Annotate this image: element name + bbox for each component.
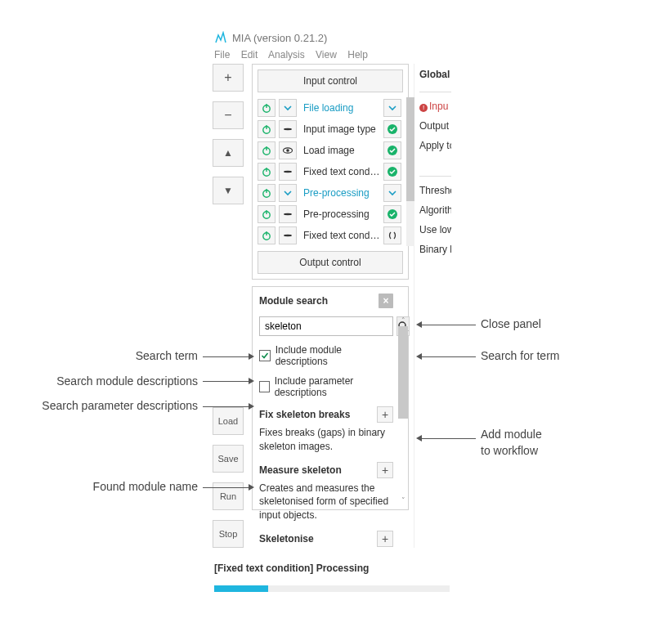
result-title: Fix skeleton breaks bbox=[259, 409, 350, 420]
module-name: Input image type bbox=[300, 123, 380, 135]
svg-point-13 bbox=[284, 171, 292, 173]
add-result-button[interactable]: + bbox=[377, 462, 393, 478]
svg-point-23 bbox=[284, 235, 292, 236]
module-toggle-icon[interactable] bbox=[279, 120, 297, 138]
module-status-icon[interactable] bbox=[383, 163, 401, 181]
center-column: Input control File loadingInput image ty… bbox=[252, 64, 409, 548]
module-search-panel: Module search × Include module descripti… bbox=[252, 286, 409, 510]
menu-help[interactable]: Help bbox=[347, 49, 368, 61]
module-name: Pre-processing bbox=[300, 187, 380, 199]
add-result-button[interactable]: + bbox=[377, 531, 393, 547]
module-status-icon[interactable] bbox=[383, 141, 401, 159]
module-row[interactable]: Fixed text condition bbox=[258, 225, 401, 246]
progress-bar bbox=[214, 585, 450, 592]
right-panel-use-low: Use low bbox=[419, 224, 451, 235]
scroll-down-icon[interactable]: ˅ bbox=[398, 495, 408, 506]
annotation-close-panel: Close panel bbox=[481, 317, 541, 330]
move-down-button[interactable]: ▼ bbox=[213, 177, 244, 204]
search-result: Measure skeleton+Creates and measures th… bbox=[259, 462, 393, 522]
module-toggle-icon[interactable] bbox=[279, 99, 297, 117]
power-icon[interactable] bbox=[258, 99, 276, 117]
add-module-button[interactable]: + bbox=[213, 64, 244, 92]
module-row[interactable]: File loading bbox=[258, 97, 401, 119]
move-up-button[interactable]: ▲ bbox=[213, 139, 244, 167]
load-button[interactable]: Load bbox=[213, 407, 244, 435]
scroll-up-icon[interactable]: ˄ bbox=[398, 315, 408, 326]
search-result: Fix skeleton breaks+Fixes breaks (gaps) … bbox=[259, 406, 393, 454]
right-panel-output: Output i bbox=[419, 120, 451, 132]
annotation-search-term: Search term bbox=[16, 349, 198, 362]
module-row[interactable]: Input image type bbox=[258, 119, 401, 140]
module-row[interactable]: Pre-processing bbox=[258, 182, 401, 204]
module-toggle-icon[interactable] bbox=[279, 184, 297, 202]
module-list-scrollbar[interactable] bbox=[406, 97, 414, 246]
result-title: Skeletonise bbox=[259, 533, 314, 545]
include-param-desc-checkbox[interactable] bbox=[259, 381, 270, 392]
output-control-button[interactable]: Output control bbox=[258, 251, 403, 274]
right-panel-binary: Binary lo bbox=[419, 244, 451, 255]
main-columns: + − ▲ ▼ Load Save Run Stop Input control… bbox=[209, 64, 455, 548]
menu-bar: File Edit Analysis View Help bbox=[209, 49, 455, 64]
status-text: [Fixed text condition] Processing bbox=[214, 563, 450, 574]
svg-point-9 bbox=[286, 149, 289, 152]
search-scrollbar[interactable]: ˄ ˅ bbox=[398, 315, 408, 506]
menu-analysis[interactable]: Analysis bbox=[268, 49, 305, 61]
include-param-desc-checkbox-row[interactable]: Include parameter descriptions bbox=[259, 375, 393, 398]
search-result: Skeletonise+ bbox=[259, 531, 393, 547]
menu-view[interactable]: View bbox=[316, 49, 337, 61]
check-icon bbox=[261, 352, 269, 360]
app-logo-icon bbox=[214, 31, 227, 44]
annotation-found-module: Found module name bbox=[16, 480, 198, 493]
module-toggle-icon[interactable] bbox=[279, 163, 297, 181]
stop-button[interactable]: Stop bbox=[213, 520, 244, 548]
app-window: MIA (version 0.21.2) File Edit Analysis … bbox=[209, 28, 455, 600]
right-panel-threshold: Thresho bbox=[419, 185, 451, 196]
annotation-search-param-desc: Search parameter descriptions bbox=[0, 399, 198, 412]
result-description: Creates and measures the skeletonised fo… bbox=[259, 482, 393, 522]
svg-point-4 bbox=[284, 128, 292, 130]
power-icon[interactable] bbox=[258, 205, 276, 223]
app-title: MIA (version 0.21.2) bbox=[232, 32, 327, 44]
module-status-icon[interactable] bbox=[383, 184, 401, 202]
power-icon[interactable] bbox=[258, 141, 276, 159]
module-toggle-icon[interactable] bbox=[279, 226, 297, 244]
annotation-search-for-term: Search for term bbox=[481, 349, 559, 362]
power-icon[interactable] bbox=[258, 226, 276, 244]
include-module-desc-checkbox[interactable] bbox=[259, 350, 271, 361]
search-input[interactable] bbox=[259, 316, 393, 336]
left-toolbar: + − ▲ ▼ Load Save Run Stop bbox=[213, 64, 247, 548]
title-bar: MIA (version 0.21.2) bbox=[209, 28, 455, 49]
include-param-desc-label: Include parameter descriptions bbox=[275, 375, 393, 398]
svg-point-19 bbox=[284, 213, 292, 215]
power-icon[interactable] bbox=[258, 120, 276, 138]
right-panel-input-warning: !Inpu bbox=[419, 101, 451, 112]
module-list: File loadingInput image typeLoad imageFi… bbox=[258, 97, 403, 246]
module-name: Pre-processing bbox=[300, 208, 380, 220]
right-panel-apply: Apply to bbox=[419, 140, 451, 151]
module-status-icon[interactable] bbox=[383, 226, 401, 244]
include-module-desc-checkbox-row[interactable]: Include module descriptions bbox=[259, 344, 393, 367]
module-toggle-icon[interactable] bbox=[279, 205, 297, 223]
right-panel-header: Global a bbox=[419, 69, 451, 80]
add-result-button[interactable]: + bbox=[377, 406, 393, 423]
module-status-icon[interactable] bbox=[383, 120, 401, 138]
power-icon[interactable] bbox=[258, 163, 276, 181]
menu-edit[interactable]: Edit bbox=[241, 49, 258, 61]
power-icon[interactable] bbox=[258, 184, 276, 202]
module-status-icon[interactable] bbox=[383, 205, 401, 223]
input-control-button[interactable]: Input control bbox=[258, 69, 403, 92]
right-panel: Global a !Inpu Output i Apply to Thresho… bbox=[414, 64, 451, 548]
close-panel-button[interactable]: × bbox=[379, 294, 393, 308]
module-status-icon[interactable] bbox=[383, 99, 401, 117]
warning-icon: ! bbox=[419, 104, 428, 112]
status-bar: [Fixed text condition] Processing bbox=[209, 558, 455, 600]
menu-file[interactable]: File bbox=[214, 49, 230, 61]
module-search-title: Module search bbox=[259, 295, 328, 307]
right-panel-algorithm: Algorith bbox=[419, 204, 451, 216]
remove-module-button[interactable]: − bbox=[213, 101, 244, 129]
save-button[interactable]: Save bbox=[213, 445, 244, 473]
module-row[interactable]: Pre-processing bbox=[258, 204, 401, 225]
module-row[interactable]: Fixed text condition bbox=[258, 161, 401, 182]
module-toggle-icon[interactable] bbox=[279, 141, 297, 159]
module-row[interactable]: Load image bbox=[258, 140, 401, 161]
